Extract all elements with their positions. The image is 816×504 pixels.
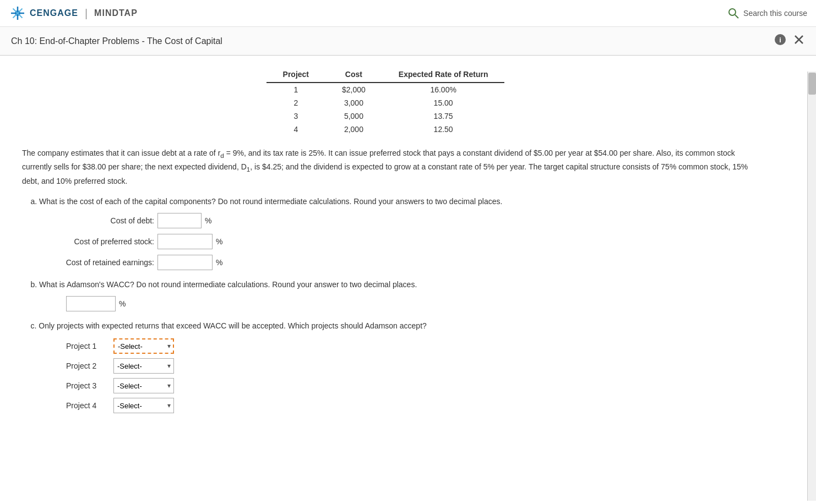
- search-area[interactable]: Search this course: [728, 8, 807, 19]
- table-cell-cost: 3,000: [325, 96, 382, 109]
- part-c: c. Only projects with expected returns t…: [22, 320, 749, 413]
- select-wrapper: -Select-AcceptReject: [113, 378, 174, 393]
- scrollbar[interactable]: [807, 72, 816, 501]
- project-row: Project 2-Select-AcceptReject: [66, 358, 749, 374]
- top-navigation: CENGAGE | MINDTAP Search this course: [0, 0, 816, 27]
- cost-of-preferred-label: Cost of preferred stock:: [55, 237, 154, 246]
- part-b-label: b. What is Adamson's WACC? Do not round …: [22, 279, 749, 291]
- select-wrapper: -Select-AcceptReject: [113, 358, 174, 374]
- part-a-label: a. What is the cost of each of the capit…: [22, 196, 749, 207]
- cengage-logo: CENGAGE: [9, 4, 78, 22]
- cost-of-preferred-unit: %: [216, 237, 222, 246]
- cost-of-debt-unit: %: [205, 216, 211, 225]
- part-c-label: c. Only projects with expected returns t…: [22, 320, 749, 332]
- project-table: Project Cost Expected Rate of Return 1 $…: [266, 67, 505, 136]
- table-header-cost: Cost: [325, 67, 382, 83]
- cost-of-preferred-input[interactable]: [157, 234, 213, 249]
- table-row: 4 2,000 12.50: [266, 123, 505, 136]
- info-button[interactable]: i: [774, 34, 786, 48]
- wacc-unit: %: [119, 299, 126, 308]
- table-cell-project: 2: [266, 96, 325, 109]
- cost-of-retained-row: Cost of retained earnings: %: [55, 255, 749, 270]
- brand-divider: |: [85, 7, 88, 20]
- table-cell-project: 4: [266, 123, 325, 136]
- table-cell-rate: 15.00: [382, 96, 505, 109]
- select-wrapper: -Select-AcceptReject: [113, 398, 174, 413]
- header-actions: i: [774, 34, 805, 48]
- mindtap-text: MINDTAP: [94, 8, 138, 18]
- table-cell-rate: 12.50: [382, 123, 505, 136]
- svg-text:i: i: [779, 36, 781, 44]
- cost-of-retained-label: Cost of retained earnings:: [55, 258, 154, 267]
- svg-point-5: [729, 9, 736, 15]
- project-4-select[interactable]: -Select-AcceptReject: [113, 398, 174, 413]
- table-cell-project: 1: [266, 83, 325, 96]
- main-content: Project Cost Expected Rate of Return 1 $…: [0, 56, 771, 444]
- project-row: Project 3-Select-AcceptReject: [66, 378, 749, 393]
- table-cell-project: 3: [266, 109, 325, 123]
- wacc-row: %: [66, 296, 749, 311]
- select-wrapper: -Select-AcceptReject: [113, 338, 174, 354]
- part-b: b. What is Adamson's WACC? Do not round …: [22, 279, 749, 311]
- table-row: 3 5,000 13.75: [266, 109, 505, 123]
- cost-of-debt-input[interactable]: [157, 213, 202, 228]
- search-placeholder-text[interactable]: Search this course: [743, 9, 807, 18]
- table-cell-rate: 16.00%: [382, 83, 505, 96]
- cost-of-debt-row: Cost of debt: %: [55, 213, 749, 228]
- table-header-project: Project: [266, 67, 325, 83]
- project-row: Project 1-Select-AcceptReject: [66, 338, 749, 354]
- svg-line-6: [735, 15, 738, 18]
- project-select-rows: Project 1-Select-AcceptRejectProject 2-S…: [66, 338, 749, 413]
- table-cell-cost: 5,000: [325, 109, 382, 123]
- table-cell-rate: 13.75: [382, 109, 505, 123]
- brand-area: CENGAGE | MINDTAP: [9, 4, 138, 22]
- cengage-text: CENGAGE: [30, 8, 78, 18]
- cost-of-retained-unit: %: [216, 258, 222, 267]
- chapter-title: Ch 10: End-of-Chapter Problems - The Cos…: [11, 36, 222, 46]
- project-1-select[interactable]: -Select-AcceptReject: [113, 338, 174, 354]
- close-button[interactable]: [793, 34, 805, 48]
- info-icon: i: [774, 34, 786, 46]
- project-label: Project 3: [66, 381, 105, 390]
- close-icon: [793, 34, 805, 46]
- table-row: 2 3,000 15.00: [266, 96, 505, 109]
- table-cell-cost: $2,000: [325, 83, 382, 96]
- wacc-input[interactable]: [66, 296, 116, 311]
- table-row: 1 $2,000 16.00%: [266, 83, 505, 96]
- chapter-header: Ch 10: End-of-Chapter Problems - The Cos…: [0, 27, 816, 56]
- project-label: Project 4: [66, 401, 105, 410]
- project-label: Project 1: [66, 342, 105, 350]
- table-header-rate: Expected Rate of Return: [382, 67, 505, 83]
- cost-of-preferred-row: Cost of preferred stock: %: [55, 234, 749, 249]
- project-label: Project 2: [66, 361, 105, 370]
- part-a: a. What is the cost of each of the capit…: [22, 196, 749, 270]
- scrollbar-thumb[interactable]: [808, 73, 816, 95]
- search-icon: [728, 8, 739, 19]
- cost-of-retained-input[interactable]: [157, 255, 213, 270]
- table-cell-cost: 2,000: [325, 123, 382, 136]
- project-3-select[interactable]: -Select-AcceptReject: [113, 378, 174, 393]
- cost-of-debt-label: Cost of debt:: [55, 216, 154, 225]
- project-2-select[interactable]: -Select-AcceptReject: [113, 358, 174, 374]
- project-row: Project 4-Select-AcceptReject: [66, 398, 749, 413]
- problem-paragraph: The company estimates that it can issue …: [22, 147, 749, 187]
- cengage-logo-icon: [9, 4, 26, 22]
